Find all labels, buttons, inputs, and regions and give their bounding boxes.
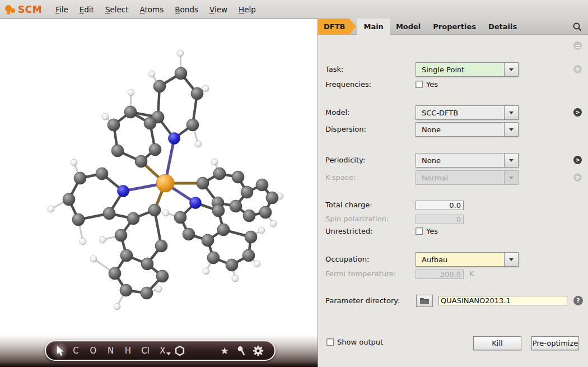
task-dropdown[interactable]: Single Point	[416, 62, 519, 77]
menu-bonds[interactable]: Bonds	[169, 5, 204, 14]
atom-C[interactable]	[155, 240, 167, 252]
atom-C[interactable]	[127, 212, 139, 225]
tab-main[interactable]: Main	[357, 18, 389, 35]
atom-C[interactable]	[243, 210, 255, 222]
atom-H[interactable]	[162, 210, 169, 216]
atom-C[interactable]	[183, 228, 195, 240]
element-c-button[interactable]: C	[67, 346, 85, 356]
periodicity-dropdown[interactable]: None	[416, 153, 519, 168]
panel-menu-button[interactable]	[573, 41, 582, 50]
menu-help[interactable]: Help	[233, 5, 262, 14]
atom-C[interactable]	[63, 193, 75, 206]
pre-optimize-button[interactable]: Pre-optimize	[531, 336, 579, 350]
scm-logo[interactable]: SCM	[4, 3, 42, 16]
atom-C[interactable]	[259, 206, 272, 219]
atom-C[interactable]	[148, 204, 161, 216]
atom-N[interactable]	[118, 185, 129, 197]
atom-C[interactable]	[186, 119, 199, 131]
atom-C[interactable]	[232, 171, 244, 183]
element-n-button[interactable]: N	[102, 346, 119, 356]
atom-C[interactable]	[256, 179, 268, 191]
atom-N[interactable]	[190, 197, 202, 209]
molecule-viewport[interactable]: CONHClX ★	[0, 19, 318, 367]
atom-C[interactable]	[197, 177, 209, 189]
parameter-directory-input[interactable]: QUASINANO2013.1	[438, 296, 567, 305]
pointer-tool-button[interactable]	[52, 343, 67, 358]
atom-C[interactable]	[226, 259, 238, 271]
atom-C[interactable]	[111, 145, 124, 157]
tab-dftb[interactable]: DFTB	[318, 18, 356, 35]
atom-C[interactable]	[245, 231, 257, 243]
model-dropdown[interactable]: SCC-DFTB	[416, 105, 519, 120]
atom-C[interactable]	[96, 168, 108, 180]
atom-C[interactable]	[120, 249, 133, 262]
atom-C[interactable]	[144, 117, 156, 129]
atom-H[interactable]	[195, 141, 202, 147]
atom-H[interactable]	[177, 50, 184, 57]
browse-directory-button[interactable]	[416, 295, 433, 307]
atom-H[interactable]	[211, 159, 218, 165]
atom-C[interactable]	[207, 252, 220, 264]
atom-H[interactable]	[148, 71, 155, 77]
atom-C[interactable]	[156, 270, 169, 282]
atom-N[interactable]	[169, 133, 180, 145]
help-icon[interactable]: ?	[573, 296, 583, 305]
atom-C[interactable]	[217, 224, 230, 236]
atom-H[interactable]	[232, 275, 239, 282]
atom-C[interactable]	[191, 87, 203, 100]
element-cl-button[interactable]: Cl	[137, 346, 154, 356]
dropdown-arrow-icon[interactable]	[504, 154, 518, 167]
tab-properties[interactable]: Properties	[427, 18, 482, 35]
menu-file[interactable]: File	[50, 5, 74, 14]
occupation-dropdown[interactable]: Aufbau	[416, 252, 519, 267]
atom-C[interactable]	[103, 207, 115, 220]
molecule-3d-view[interactable]	[0, 19, 318, 338]
atom-H[interactable]	[155, 286, 162, 292]
atom-C[interactable]	[120, 284, 132, 296]
show-output-checkbox[interactable]	[326, 338, 334, 346]
total-charge-input[interactable]: 0.0	[416, 201, 464, 210]
gear-tool-button[interactable]	[250, 344, 267, 357]
atom-C[interactable]	[141, 287, 153, 299]
atom-H[interactable]	[254, 261, 260, 267]
atom-H[interactable]	[99, 236, 106, 243]
menu-select[interactable]: Select	[100, 5, 134, 14]
atom-C[interactable]	[242, 249, 255, 262]
atom-C[interactable]	[108, 119, 120, 131]
atom-H[interactable]	[90, 255, 97, 262]
atom-H[interactable]	[114, 303, 120, 310]
atom-M[interactable]	[156, 174, 174, 192]
menu-atoms[interactable]: Atoms	[134, 5, 170, 14]
atom-C[interactable]	[241, 186, 253, 198]
search-button[interactable]	[572, 18, 588, 35]
dropdown-arrow-icon[interactable]	[504, 253, 518, 266]
periodicity-detail-chevron-icon[interactable]: >	[573, 156, 582, 164]
atom-C[interactable]	[72, 213, 85, 226]
atom-C[interactable]	[109, 267, 121, 280]
tab-details[interactable]: Details	[482, 18, 523, 35]
pin-tool-button[interactable]	[233, 344, 250, 357]
atom-C[interactable]	[213, 168, 226, 180]
atom-H[interactable]	[71, 159, 77, 166]
atom-C[interactable]	[74, 172, 86, 184]
atom-H[interactable]	[102, 113, 109, 120]
model-detail-chevron-icon[interactable]: >	[573, 108, 582, 117]
dropdown-arrow-icon[interactable]	[504, 63, 518, 76]
atom-C[interactable]	[141, 258, 153, 270]
atom-C[interactable]	[175, 67, 187, 80]
atom-H[interactable]	[48, 206, 54, 212]
dropdown-arrow-icon[interactable]	[504, 106, 518, 119]
frequencies-checkbox[interactable]	[416, 81, 423, 88]
atom-H[interactable]	[202, 85, 209, 92]
atom-C[interactable]	[230, 200, 242, 212]
dropdown-arrow-icon[interactable]	[504, 123, 518, 136]
atom-H[interactable]	[80, 238, 86, 245]
atom-C[interactable]	[266, 192, 278, 204]
tab-model[interactable]: Model	[390, 18, 427, 35]
atom-C[interactable]	[174, 211, 186, 224]
unrestricted-checkbox[interactable]	[416, 227, 423, 235]
atom-C[interactable]	[149, 143, 161, 156]
atom-C[interactable]	[212, 205, 225, 217]
element-o-button[interactable]: O	[85, 346, 102, 356]
atom-C[interactable]	[135, 155, 147, 168]
